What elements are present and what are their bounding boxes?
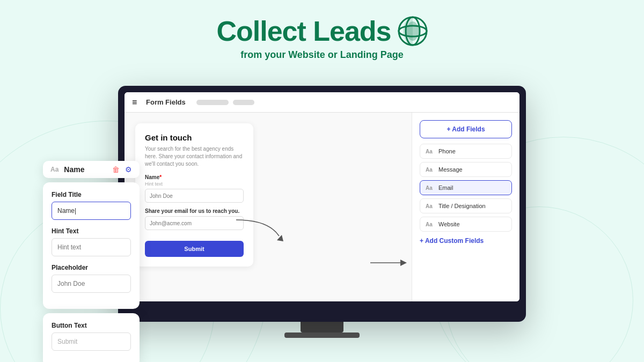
field-item-email[interactable]: Aa Email — [420, 180, 512, 195]
button-text-section: Button Text — [52, 322, 131, 351]
email-input[interactable] — [145, 216, 244, 230]
placeholder-section: Placeholder — [52, 264, 131, 293]
field-item-phone[interactable]: Aa Phone — [420, 144, 512, 159]
fields-panel: + Add Fields Aa Phone Aa Message Aa Emai… — [412, 113, 519, 301]
add-fields-button[interactable]: + Add Fields — [420, 120, 512, 138]
field-item-title[interactable]: Aa Title / Designation — [420, 198, 512, 213]
toolbar-pill-2 — [233, 100, 254, 105]
globe-icon — [398, 16, 428, 46]
field-name-phone: Phone — [438, 148, 456, 154]
toolbar-pill-1 — [196, 100, 229, 105]
monitor-base — [284, 333, 360, 338]
field-name-title: Title / Designation — [438, 203, 486, 209]
hint-text-input[interactable] — [52, 238, 131, 256]
monitor-body: Get in touch Your search for the best ag… — [125, 113, 519, 301]
placeholder-label: Placeholder — [52, 264, 131, 271]
field-title-input[interactable] — [52, 202, 131, 220]
field-name-website: Website — [438, 221, 460, 227]
page-title: Collect Leads — [216, 15, 391, 47]
field-title-label: Field Title — [52, 191, 131, 198]
field-item-message[interactable]: Aa Message — [420, 162, 512, 177]
name-aa-label: Aa — [50, 166, 58, 173]
page-subtitle: from your Website or Landing Page — [0, 49, 644, 61]
field-title-section: Field Title — [52, 191, 131, 220]
placeholder-input[interactable] — [52, 275, 131, 293]
button-editor-card: Button Text — [43, 313, 140, 362]
header: Collect Leads from your Website or Landi… — [0, 0, 644, 66]
field-aa-message: Aa — [426, 167, 434, 173]
main-content: Aa Name 🗑 ⚙ Field Title Hint Text Placeh… — [0, 75, 644, 362]
monitor-toolbar: ≡ Form Fields — [125, 92, 519, 113]
add-custom-button[interactable]: + Add Custom Fields — [420, 235, 512, 247]
name-badge-label: Name — [64, 165, 107, 174]
form-fields-icon: ≡ — [132, 98, 141, 107]
settings-icon[interactable]: ⚙ — [125, 165, 132, 174]
email-field-group: Share your email for us to reach you. — [145, 208, 244, 230]
field-aa-phone: Aa — [426, 149, 434, 154]
hint-text-section: Hint Text — [52, 227, 131, 256]
name-field-label: Name* — [145, 174, 244, 180]
delete-icon[interactable]: 🗑 — [112, 165, 120, 174]
toolbar-label: Form Fields — [146, 98, 186, 106]
name-hint: Hint text — [145, 181, 244, 187]
form-preview-panel: Get in touch Your search for the best ag… — [125, 113, 412, 301]
form-title: Get in touch — [145, 133, 244, 142]
submit-button[interactable]: Submit — [145, 241, 244, 257]
monitor: ≡ Form Fields Get in touch Your search f… — [118, 86, 526, 322]
field-editor-card: Field Title Hint Text Placeholder — [43, 182, 140, 309]
field-name-email: Email — [438, 184, 453, 191]
button-text-label: Button Text — [52, 322, 131, 329]
field-aa-title: Aa — [426, 203, 434, 209]
title-row: Collect Leads — [0, 15, 644, 47]
email-label: Share your email for us to reach you. — [145, 208, 244, 214]
button-text-input[interactable] — [52, 333, 131, 351]
name-badge: Aa Name 🗑 ⚙ — [43, 161, 140, 178]
monitor-screen: ≡ Form Fields Get in touch Your search f… — [125, 92, 519, 301]
required-marker: * — [159, 174, 162, 180]
form-description: Your search for the best agency ends her… — [145, 145, 244, 168]
hint-text-label: Hint Text — [52, 227, 131, 235]
field-item-website[interactable]: Aa Website — [420, 217, 512, 232]
field-aa-website: Aa — [426, 221, 434, 227]
name-field-group: Name* Hint text — [145, 174, 244, 203]
field-name-message: Message — [438, 166, 463, 173]
form-card: Get in touch Your search for the best ag… — [135, 123, 253, 267]
left-panel: Aa Name 🗑 ⚙ Field Title Hint Text Placeh… — [43, 161, 140, 362]
monitor-stand — [301, 322, 343, 333]
field-aa-email: Aa — [426, 185, 434, 191]
monitor-wrapper: ≡ Form Fields Get in touch Your search f… — [118, 75, 526, 338]
name-input[interactable] — [145, 189, 244, 203]
